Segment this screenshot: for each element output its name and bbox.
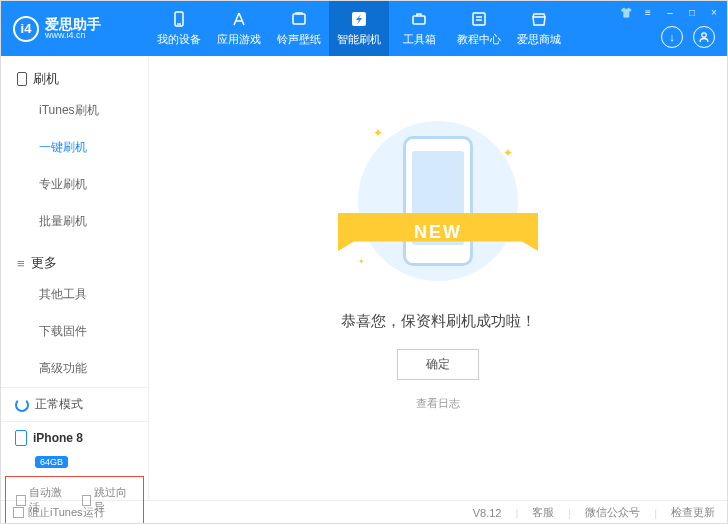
user-icon[interactable] [693,26,715,48]
nav-label: 应用游戏 [217,32,261,47]
storage-badge: 64GB [35,456,68,468]
svg-point-8 [702,33,706,37]
nav-device[interactable]: 我的设备 [149,1,209,56]
close-icon[interactable]: × [707,5,721,19]
checkbox-icon [82,495,92,506]
footer-link-support[interactable]: 客服 [532,505,554,520]
checkbox-icon [16,495,26,506]
nav-label: 铃声壁纸 [277,32,321,47]
version-label: V8.12 [473,507,502,519]
menu-icon: ≡ [17,256,25,271]
nav-label: 教程中心 [457,32,501,47]
store-icon [530,10,548,28]
sidebar-section-header: ≡更多 [1,240,148,276]
sidebar-item[interactable]: 下载固件 [1,313,148,350]
tutorial-icon [470,10,488,28]
block-itunes-label: 阻止iTunes运行 [28,505,105,520]
ring-icon [290,10,308,28]
block-itunes-checkbox[interactable]: 阻止iTunes运行 [13,505,105,520]
device-name: iPhone 8 [33,431,83,445]
apps-icon [230,10,248,28]
nav-label: 我的设备 [157,32,201,47]
minimize-icon[interactable]: – [663,5,677,19]
footer-link-update[interactable]: 检查更新 [671,505,715,520]
sidebar-item[interactable]: iTunes刷机 [1,92,148,129]
nav-tutorial[interactable]: 教程中心 [449,1,509,56]
sidebar-item[interactable]: 专业刷机 [1,166,148,203]
tools-icon [410,10,428,28]
refresh-icon [15,398,29,412]
shirt-icon[interactable]: 👕 [619,5,633,19]
mode-status[interactable]: 正常模式 [1,387,148,421]
maximize-icon[interactable]: □ [685,5,699,19]
nav-ring[interactable]: 铃声壁纸 [269,1,329,56]
success-illustration: ✦ ✦ ✦ NEW [343,116,533,286]
window-controls: 👕 ≡ – □ × [619,5,721,19]
phone-icon [15,430,27,446]
footer-link-wechat[interactable]: 微信公众号 [585,505,640,520]
svg-rect-2 [293,14,305,24]
nav-tools[interactable]: 工具箱 [389,1,449,56]
flash-icon [350,10,368,28]
sidebar-item[interactable]: 高级功能 [1,350,148,387]
svg-rect-4 [413,16,425,24]
brand-url: www.i4.cn [45,31,101,40]
sidebar: 刷机iTunes刷机一键刷机专业刷机批量刷机≡更多其他工具下载固件高级功能 正常… [1,56,149,500]
mode-label: 正常模式 [35,396,83,413]
logo-icon: i4 [13,16,39,42]
main-content: ✦ ✦ ✦ NEW 恭喜您，保资料刷机成功啦！ 确定 查看日志 [149,56,727,500]
nav-label: 爱思商城 [517,32,561,47]
phone-icon [17,72,27,86]
menu-icon[interactable]: ≡ [641,5,655,19]
section-title: 更多 [31,254,57,272]
nav-label: 智能刷机 [337,32,381,47]
svg-rect-5 [473,13,485,25]
view-log-link[interactable]: 查看日志 [416,396,460,411]
sidebar-item[interactable]: 批量刷机 [1,203,148,240]
main-nav: 我的设备应用游戏铃声壁纸智能刷机工具箱教程中心爱思商城 [149,1,569,56]
sidebar-item[interactable]: 一键刷机 [1,129,148,166]
success-message: 恭喜您，保资料刷机成功啦！ [341,312,536,331]
brand-name: 爱思助手 [45,17,101,31]
nav-apps[interactable]: 应用游戏 [209,1,269,56]
sidebar-item[interactable]: 其他工具 [1,276,148,313]
device-icon [170,10,188,28]
nav-flash[interactable]: 智能刷机 [329,1,389,56]
section-title: 刷机 [33,70,59,88]
ok-button[interactable]: 确定 [397,349,479,380]
sidebar-section-header: 刷机 [1,56,148,92]
device-status[interactable]: iPhone 8 [1,421,148,454]
nav-label: 工具箱 [403,32,436,47]
nav-store[interactable]: 爱思商城 [509,1,569,56]
download-icon[interactable]: ↓ [661,26,683,48]
logo: i4 爱思助手 www.i4.cn [1,16,149,42]
title-bar: i4 爱思助手 www.i4.cn 我的设备应用游戏铃声壁纸智能刷机工具箱教程中… [1,1,727,56]
